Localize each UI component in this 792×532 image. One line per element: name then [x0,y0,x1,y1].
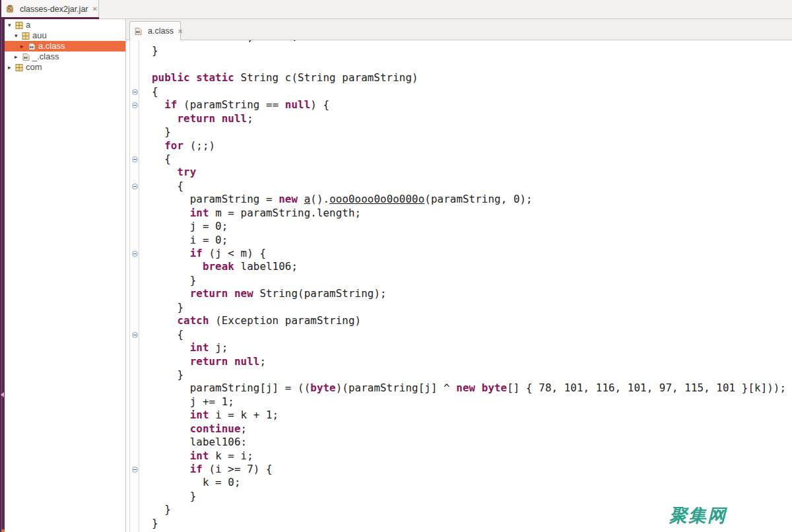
code-line[interactable]: int m = paramString.length; [152,207,786,220]
class-icon [21,53,30,61]
code-line[interactable]: continue; [152,422,786,436]
code-token: if [190,247,203,259]
code-token: return new [190,287,253,300]
code-line[interactable]: paramString[j] = ((byte)(paramString[j] … [152,382,786,395]
expand-arrow-icon[interactable]: ▾ [8,20,15,30]
code-token: public static [152,71,234,84]
code-token [152,463,190,475]
tab-classes-dex2jar-jar[interactable]: classes-dex2jar.jar ✕ [1,0,99,19]
code-token: label106: [152,436,247,448]
code-line[interactable] [152,58,786,71]
fold-toggle-icon[interactable] [132,102,138,108]
code-line[interactable]: } [152,368,786,382]
tree-item-a-class[interactable]: ▸ a.class [5,41,125,51]
expand-arrow-icon[interactable]: ▾ [15,30,21,41]
code-line[interactable]: if (i >= 7) { [152,463,786,476]
fold-toggle-icon[interactable] [132,251,138,257]
panel-divider[interactable] [125,19,126,532]
code-token: } [152,503,171,515]
code-line[interactable]: j = 0; [152,220,786,233]
expand-arrow-icon[interactable]: ▸ [8,62,15,73]
code-line[interactable]: if (j < m) { [152,247,786,260]
code-line[interactable]: return null; [152,355,786,368]
tree-item-underscore-class[interactable]: ▸ _.class [5,51,125,62]
code-token: (). [310,193,329,205]
code-token: (i >= 7) { [203,463,273,475]
fold-toggle-icon[interactable] [132,89,138,95]
code-token: i = k + 1; [209,409,279,421]
restore-panel-arrow-icon[interactable] [1,392,4,397]
code-line[interactable]: paramString = new a().ooo0ooo0o0o000o(pa… [152,193,786,206]
code-line[interactable]: public static String c(String paramStrin… [152,71,786,84]
code-token [152,139,164,152]
code-line[interactable]: } [152,125,786,139]
code-token: String(paramString); [253,287,387,300]
fold-toggle-icon[interactable] [132,332,138,338]
code-line[interactable]: label106: [152,436,786,449]
tree-item-a[interactable]: ▾ a [5,20,125,30]
code-token: ) { [310,98,329,111]
fold-toggle-icon[interactable] [132,467,138,473]
jar-tab-bar: classes-dex2jar.jar ✕ [0,0,792,19]
code-line[interactable]: { [152,180,786,193]
code-link[interactable]: a [304,193,311,205]
code-line[interactable]: } [152,301,786,314]
code-line[interactable]: return null; [152,112,786,125]
code-token: int [190,341,209,354]
code-token: k = 0; [152,476,241,488]
code-token: )(paramString[j] ^ [336,382,457,394]
code-token [152,207,190,219]
package-icon [15,63,24,72]
code-line[interactable]: { [152,85,786,98]
tree-item-auu[interactable]: ▾ auu [5,30,125,41]
tree-item-com[interactable]: ▸ com [5,62,125,73]
jar-tab-close-icon[interactable]: ✕ [92,5,98,13]
editor-tab-close-icon[interactable]: ✕ [178,28,183,35]
fold-toggle-icon[interactable] [132,156,138,162]
code-token [152,287,190,300]
code-line[interactable]: { [152,152,786,166]
code-line[interactable]: return new String(paramString); [152,287,786,300]
code-line[interactable]: k = 0; [152,476,786,489]
code-line[interactable]: { [152,328,786,341]
code-line[interactable]: int j; [152,341,786,354]
code-token: m = paramString.length; [209,207,362,219]
code-token: return null [190,355,260,368]
code-line[interactable]: } [152,44,786,57]
code-token: String c(String paramString) [234,71,418,84]
code-line[interactable]: try [152,166,786,179]
code-line[interactable]: i = 0; [152,234,786,247]
code-editor[interactable]: , .}public static String c(String paramS… [141,40,792,532]
code-line[interactable]: catch (Exception paramString) [152,314,786,327]
code-token: k = i; [209,449,253,462]
code-token: (j < m) { [203,247,266,259]
code-line[interactable]: break label106; [152,260,786,273]
expand-arrow-icon[interactable]: ▸ [20,41,27,51]
code-token: { [152,152,171,165]
package-tree: ▾ a ▾ auu ▸ a.class [5,20,125,532]
code-token [152,112,177,125]
expand-arrow-icon[interactable]: ▸ [15,51,21,62]
code-link[interactable]: ooo0ooo0o0o000o [329,193,424,205]
code-line[interactable]: if (paramString == null) { [152,98,786,112]
code-line[interactable]: } [152,274,786,287]
fold-toggle-icon[interactable] [132,183,138,189]
code-token [152,314,177,327]
code-token: break [203,260,234,273]
code-token: for [164,139,183,152]
code-token: paramString[j] = (( [152,382,310,394]
code-line[interactable]: j += 1; [152,395,786,409]
class-icon [27,42,36,51]
tree-item-label: _.class [32,51,59,62]
code-token: [] { 78, 101, 116, 101, 97, 115, 101 }[k… [507,382,786,394]
code-token: (paramString == [177,98,284,111]
tab-a-class[interactable]: a.class ✕ [129,21,181,40]
code-line[interactable]: int k = i; [152,449,786,463]
code-line[interactable]: } [152,490,786,503]
code-line[interactable]: int i = k + 1; [152,409,786,422]
code-token: ; [247,112,253,125]
minimized-view-strip[interactable] [0,19,5,532]
code-token: { [152,328,183,341]
code-line[interactable]: for (;;) [152,139,786,152]
package-icon [15,21,24,30]
